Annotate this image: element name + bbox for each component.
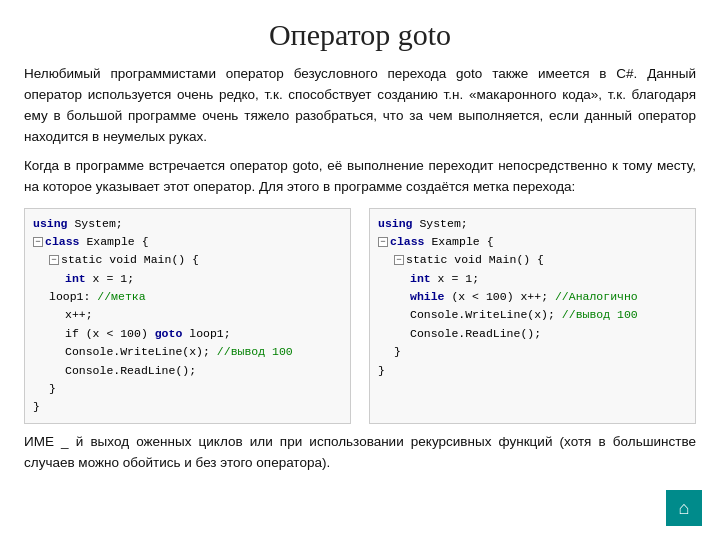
- code-line: −static void Main() {: [49, 251, 342, 269]
- code-line: }: [394, 343, 687, 361]
- page: Оператор goto Нелюбимый программистами о…: [0, 0, 720, 540]
- home-icon: ⌂: [679, 499, 690, 517]
- code-block-left: using System; −class Example { −static v…: [24, 208, 351, 424]
- code-line: using System;: [378, 215, 687, 233]
- intro-paragraph-2: Когда в программе встречается оператор g…: [24, 156, 696, 198]
- collapse-btn[interactable]: −: [49, 255, 59, 265]
- code-line: if (x < 100) goto loop1;: [65, 325, 342, 343]
- code-line: −class Example {: [378, 233, 687, 251]
- intro-paragraph-1: Нелюбимый программистами оператор безусл…: [24, 64, 696, 148]
- code-line: }: [49, 380, 342, 398]
- code-line: x++;: [65, 306, 342, 324]
- code-line: Console.WriteLine(x); //вывод 100: [410, 306, 687, 324]
- code-line: int x = 1;: [410, 270, 687, 288]
- code-line: Console.ReadLine();: [65, 362, 342, 380]
- code-line: using System;: [33, 215, 342, 233]
- home-button[interactable]: ⌂: [666, 490, 702, 526]
- code-line: Console.ReadLine();: [410, 325, 687, 343]
- code-line: int x = 1;: [65, 270, 342, 288]
- collapse-btn[interactable]: −: [33, 237, 43, 247]
- collapse-btn[interactable]: −: [394, 255, 404, 265]
- code-line: loop1: //метка: [49, 288, 342, 306]
- code-line: }: [378, 362, 687, 380]
- code-line: Console.WriteLine(x); //вывод 100: [65, 343, 342, 361]
- code-line: while (x < 100) x++; //Аналогично: [410, 288, 687, 306]
- code-line: −static void Main() {: [394, 251, 687, 269]
- collapse-btn[interactable]: −: [378, 237, 388, 247]
- page-title: Оператор goto: [24, 18, 696, 52]
- code-line: −class Example {: [33, 233, 342, 251]
- code-line: }: [33, 398, 342, 416]
- code-area: using System; −class Example { −static v…: [24, 208, 696, 424]
- bottom-paragraph: ИМЕ _ й выход оженных циклов или при исп…: [24, 432, 696, 474]
- code-block-right: using System; −class Example { −static v…: [369, 208, 696, 424]
